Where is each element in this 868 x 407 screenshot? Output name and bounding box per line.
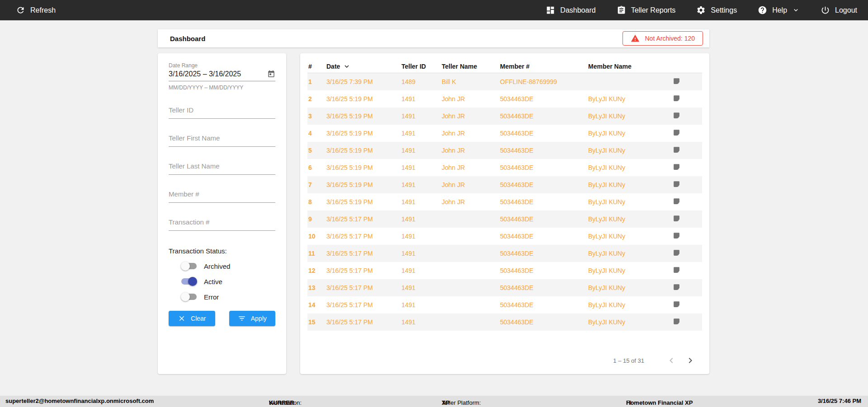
not-archived-badge-label: Not Archived: 120 [645,35,695,42]
refresh-icon [16,5,25,15]
status-footer: superteller2@hometownfinancialxp.onmicro… [0,396,868,407]
member-field[interactable]: Member # [169,190,275,203]
refresh-label: Refresh [30,6,56,14]
note-icon[interactable] [673,215,680,222]
note-icon[interactable] [673,77,680,85]
note-icon[interactable] [673,249,680,257]
cell-teller-name: John JR [441,147,499,154]
cell-teller-id: 1491 [401,181,441,188]
table-header-row: # Date Teller ID Teller Name Member # Me… [307,60,702,73]
topbar-item-label: Settings [711,6,737,14]
topbar-item-help[interactable]: Help [758,5,800,15]
cell-date: 3/16/25 5:17 PM [326,301,401,309]
apply-button[interactable]: Apply [229,311,276,326]
table-row[interactable]: 133/16/25 5:17 PM14915034463DEByLyJI KUN… [307,279,702,296]
cell-teller-id: 1491 [401,301,441,309]
cell-note [672,197,702,206]
note-icon[interactable] [673,232,680,239]
cell-member-num: 5034463DE [499,112,587,120]
table-row[interactable]: 143/16/25 5:17 PM14915034463DEByLyJI KUN… [307,296,702,313]
note-icon[interactable] [673,300,680,308]
table-row[interactable]: 153/16/25 5:17 PM14915034463DEByLyJI KUN… [307,313,702,331]
table-row[interactable]: 73/16/25 5:19 PM1491John JR5034463DEByLy… [307,176,702,193]
table-row[interactable]: 23/16/25 5:19 PM1491John JR5034463DEByLy… [307,90,702,108]
pagination: 1 – 15 of 31 [613,355,696,366]
toggle-switch-active[interactable] [181,277,197,286]
topbar-item-settings[interactable]: Settings [696,5,737,15]
cell-teller-id: 1491 [401,233,441,240]
table-row[interactable]: 103/16/25 5:17 PM14915034463DEByLyJI KUN… [307,228,702,245]
teller-last-name-field[interactable]: Teller Last Name [169,162,275,175]
toggle-archived[interactable]: Archived [169,261,275,271]
cell-num: 14 [307,301,326,309]
table-row[interactable]: 53/16/25 5:19 PM1491John JR5034463DEByLy… [307,142,702,159]
toggle-switch-error[interactable] [181,292,197,301]
transaction-field[interactable]: Transaction # [169,218,275,231]
topbar-nav: DashboardTeller ReportsSettingsHelpLogou… [546,5,857,15]
cell-teller-id: 1491 [401,112,441,120]
toggle-label: Active [204,278,222,285]
cell-num: 13 [307,284,326,291]
column-header-teller-id: Teller ID [401,63,441,70]
table-row[interactable]: 63/16/25 5:19 PM1491John JR5034463DEByLy… [307,159,702,176]
pagination-prev-button[interactable] [666,355,677,366]
cell-note [672,94,702,103]
topbar-item-dashboard[interactable]: Dashboard [546,5,595,15]
topbar-item-teller-reports[interactable]: Teller Reports [617,5,676,15]
not-archived-badge[interactable]: Not Archived: 120 [623,31,703,46]
cell-date: 3/16/25 5:17 PM [326,250,401,257]
note-icon[interactable] [673,197,680,205]
cell-member-num: 5034463DE [499,318,587,326]
table-body: 13/16/25 7:39 PM1489Bill KOFFLINE-887699… [307,73,702,331]
toggle-active[interactable]: Active [169,276,275,286]
table-row[interactable]: 33/16/25 5:19 PM1491John JR5034463DEByLy… [307,108,702,125]
cell-member-name: ByLyJI KUNy [587,250,672,257]
cell-note [672,318,702,327]
date-range-label: Date Range [169,62,275,69]
table-row[interactable]: 83/16/25 5:19 PM1491John JR5034463DEByLy… [307,193,702,211]
cell-teller-name: John JR [441,181,499,188]
column-header-date[interactable]: Date [326,62,401,70]
cell-note [672,232,702,241]
note-icon[interactable] [673,163,680,171]
pagination-next-button[interactable] [685,355,696,366]
topbar-item-logout[interactable]: Logout [821,5,857,15]
cell-date: 3/16/25 5:19 PM [326,112,401,120]
note-icon[interactable] [673,146,680,154]
cell-num: 4 [307,130,326,137]
toggle-switch-archived[interactable] [181,262,197,271]
table-row[interactable]: 113/16/25 5:17 PM14915034463DEByLyJI KUN… [307,245,702,262]
toggle-error[interactable]: Error [169,292,275,302]
cell-note [672,112,702,121]
topbar-item-label: Teller Reports [631,6,676,14]
refresh-button[interactable]: Refresh [16,5,56,15]
table-row[interactable]: 13/16/25 7:39 PM1489Bill KOFFLINE-887699… [307,73,702,90]
calendar-icon[interactable] [267,70,275,78]
date-range-helper: MM/DD/YYYY – MM/DD/YYYY [169,84,275,91]
note-icon[interactable] [673,180,680,188]
note-icon[interactable] [673,94,680,102]
cell-note [672,266,702,275]
date-range-input[interactable]: 3/16/2025 – 3/16/2025 [169,70,275,81]
note-icon[interactable] [673,318,680,325]
header-card: Dashboard Not Archived: 120 [158,29,709,47]
cell-date: 3/16/25 5:19 PM [326,147,401,154]
cell-member-num: 5034463DE [499,181,587,188]
cell-member-num: 5034463DE [499,233,587,240]
clear-button[interactable]: Clear [169,311,215,326]
cell-member-num: 5034463DE [499,250,587,257]
table-row[interactable]: 123/16/25 5:17 PM14915034463DEByLyJI KUN… [307,262,702,279]
note-icon[interactable] [673,112,680,119]
teller-first-name-field[interactable]: Teller First Name [169,134,275,147]
column-header-num: # [307,63,326,70]
cell-teller-id: 1491 [401,95,441,103]
table-row[interactable]: 93/16/25 5:17 PM14915034463DEByLyJI KUNy [307,211,702,228]
note-icon[interactable] [673,266,680,274]
note-icon[interactable] [673,283,680,291]
close-icon [178,314,186,323]
cell-member-num: 5034463DE [499,198,587,206]
filter-fields: Teller IDTeller First NameTeller Last Na… [169,106,275,231]
table-row[interactable]: 43/16/25 5:19 PM1491John JR5034463DEByLy… [307,125,702,142]
note-icon[interactable] [673,129,680,136]
teller-id-field[interactable]: Teller ID [169,106,275,119]
